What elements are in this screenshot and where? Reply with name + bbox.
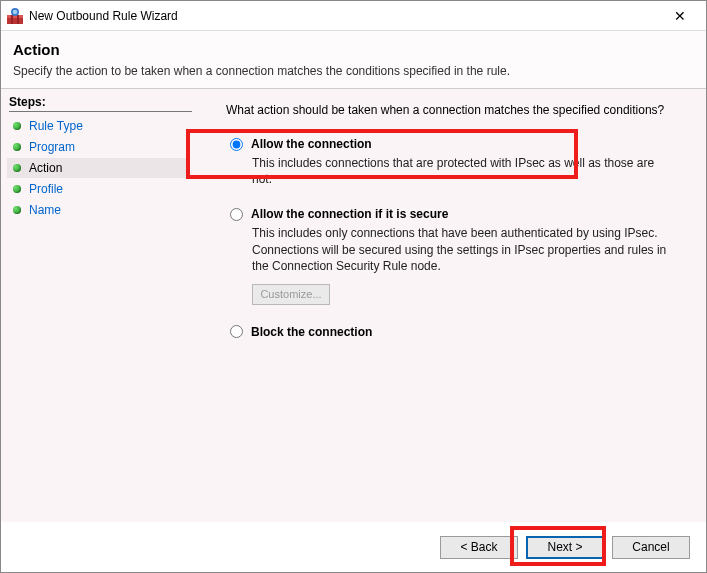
option-allow: Allow the connection This includes conne… — [230, 137, 686, 187]
steps-heading: Steps: — [9, 95, 192, 112]
option-allow-secure: Allow the connection if it is secure Thi… — [230, 207, 686, 305]
firewall-icon — [7, 8, 23, 24]
window-title: New Outbound Rule Wizard — [29, 9, 660, 23]
radio-allow-secure[interactable] — [230, 208, 243, 221]
step-label: Program — [29, 140, 75, 154]
wizard-window: New Outbound Rule Wizard ✕ Action Specif… — [0, 0, 707, 573]
step-label: Profile — [29, 182, 63, 196]
step-label: Action — [29, 161, 62, 175]
bullet-icon — [13, 122, 21, 130]
bullet-icon — [13, 185, 21, 193]
option-block: Block the connection — [230, 325, 686, 339]
step-action[interactable]: Action — [7, 158, 190, 178]
wizard-body: Steps: Rule Type Program Action Profile … — [1, 88, 706, 522]
action-options: Allow the connection This includes conne… — [230, 137, 686, 339]
option-label[interactable]: Block the connection — [251, 325, 372, 339]
steps-sidebar: Steps: Rule Type Program Action Profile … — [1, 89, 196, 522]
back-button[interactable]: < Back — [440, 536, 518, 559]
customize-button: Customize... — [252, 284, 330, 305]
step-label: Name — [29, 203, 61, 217]
step-program[interactable]: Program — [7, 137, 190, 157]
prompt-text: What action should be taken when a conne… — [226, 103, 686, 117]
step-rule-type[interactable]: Rule Type — [7, 116, 190, 136]
next-button[interactable]: Next > — [526, 536, 604, 559]
step-name[interactable]: Name — [7, 200, 190, 220]
step-label: Rule Type — [29, 119, 83, 133]
svg-point-5 — [13, 9, 18, 14]
radio-allow[interactable] — [230, 138, 243, 151]
wizard-header: Action Specify the action to be taken wh… — [1, 31, 706, 88]
option-label[interactable]: Allow the connection — [251, 137, 372, 151]
wizard-footer: < Back Next > Cancel — [1, 522, 706, 572]
wizard-content: What action should be taken when a conne… — [196, 89, 706, 522]
svg-rect-2 — [11, 15, 13, 24]
option-label[interactable]: Allow the connection if it is secure — [251, 207, 448, 221]
page-title: Action — [13, 41, 694, 58]
titlebar: New Outbound Rule Wizard ✕ — [1, 1, 706, 31]
bullet-icon — [13, 206, 21, 214]
cancel-button[interactable]: Cancel — [612, 536, 690, 559]
bullet-icon — [13, 143, 21, 151]
svg-rect-3 — [17, 15, 19, 24]
bullet-icon — [13, 164, 21, 172]
step-profile[interactable]: Profile — [7, 179, 190, 199]
option-desc: This includes only connections that have… — [252, 225, 672, 274]
option-desc: This includes connections that are prote… — [252, 155, 672, 187]
page-subtitle: Specify the action to be taken when a co… — [13, 64, 694, 78]
close-button[interactable]: ✕ — [660, 2, 700, 30]
radio-block[interactable] — [230, 325, 243, 338]
